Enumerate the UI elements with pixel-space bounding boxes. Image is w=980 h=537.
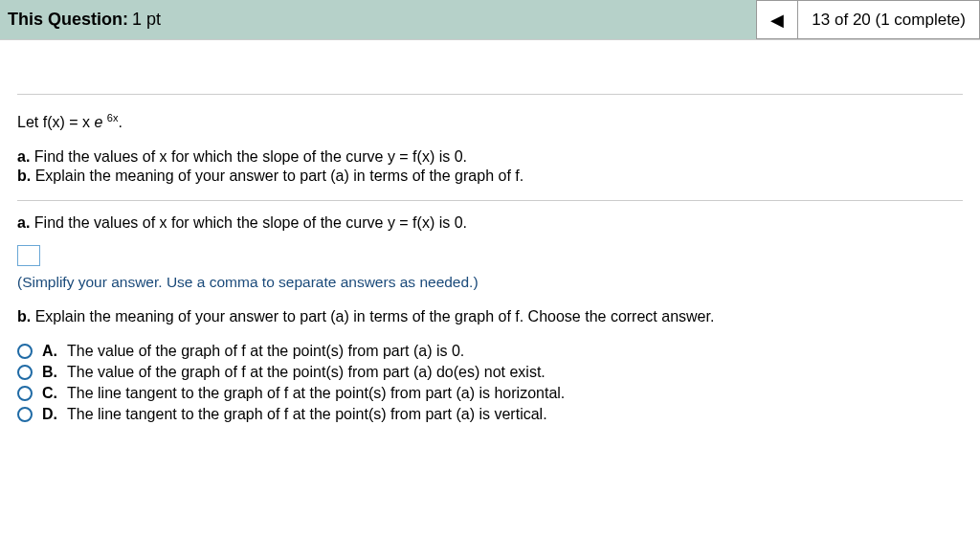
progress-indicator[interactable]: 13 of 20 (1 complete) bbox=[798, 0, 980, 39]
prompt-b: b. Explain the meaning of your answer to… bbox=[17, 308, 963, 325]
function-definition: Let f(x) = x e 6x. bbox=[17, 112, 963, 131]
choice-b-label: B. bbox=[42, 364, 59, 381]
func-exponent: 6x bbox=[107, 112, 119, 123]
answer-hint: (Simplify your answer. Use a comma to se… bbox=[17, 274, 963, 291]
header-title-bold: This Question: bbox=[8, 10, 128, 30]
question-body: Let f(x) = x e 6x. a. Find the values of… bbox=[0, 40, 980, 436]
func-prefix: Let f(x) = x bbox=[17, 114, 90, 130]
radio-b[interactable] bbox=[17, 365, 33, 380]
part-a-text: Find the values of x for which the slope… bbox=[34, 148, 467, 165]
choice-d-label: D. bbox=[42, 406, 59, 423]
part-a-line: a. Find the values of x for which the sl… bbox=[17, 148, 963, 166]
prompt-b-text: Explain the meaning of your answer to pa… bbox=[35, 308, 715, 324]
radio-a[interactable] bbox=[17, 344, 33, 359]
choice-c-label: C. bbox=[42, 385, 59, 402]
triangle-left-icon: ◀ bbox=[770, 10, 784, 31]
header-title: This Question: 1 pt bbox=[0, 0, 756, 39]
choice-a[interactable]: A. The value of the graph of f at the po… bbox=[17, 343, 963, 360]
func-suffix: . bbox=[118, 114, 122, 130]
answer-input-a[interactable] bbox=[17, 245, 40, 266]
choice-d[interactable]: D. The line tangent to the graph of f at… bbox=[17, 406, 963, 423]
part-b-line: b. Explain the meaning of your answer to… bbox=[17, 168, 963, 185]
part-b-text: Explain the meaning of your answer to pa… bbox=[35, 168, 523, 184]
choice-c[interactable]: C. The line tangent to the graph of f at… bbox=[17, 385, 963, 402]
prompt-a: a. Find the values of x for which the sl… bbox=[17, 214, 963, 232]
divider bbox=[17, 94, 963, 95]
progress-text: 13 of 20 (1 complete) bbox=[812, 11, 966, 30]
question-header: This Question: 1 pt ◀ 13 of 20 (1 comple… bbox=[0, 0, 980, 40]
prev-button[interactable]: ◀ bbox=[756, 0, 798, 39]
choice-c-text: The line tangent to the graph of f at th… bbox=[67, 385, 565, 402]
choice-a-text: The value of the graph of f at the point… bbox=[67, 343, 464, 360]
choice-d-text: The line tangent to the graph of f at th… bbox=[67, 406, 547, 423]
choice-a-label: A. bbox=[42, 343, 59, 360]
choice-list: A. The value of the graph of f at the po… bbox=[17, 343, 963, 423]
header-points: 1 pt bbox=[132, 10, 161, 30]
part-b-label: b. bbox=[17, 168, 31, 184]
choice-b-text: The value of the graph of f at the point… bbox=[67, 364, 546, 381]
prompt-a-text: Find the values of x for which the slope… bbox=[34, 214, 467, 231]
divider bbox=[17, 200, 963, 201]
choice-b[interactable]: B. The value of the graph of f at the po… bbox=[17, 364, 963, 381]
prompt-b-label: b. bbox=[17, 308, 31, 324]
radio-d[interactable] bbox=[17, 407, 33, 422]
radio-c[interactable] bbox=[17, 386, 33, 401]
part-a-label: a. bbox=[17, 148, 30, 165]
prompt-a-label: a. bbox=[17, 214, 30, 231]
func-e: e bbox=[94, 114, 102, 130]
question-parts: a. Find the values of x for which the sl… bbox=[17, 148, 963, 185]
